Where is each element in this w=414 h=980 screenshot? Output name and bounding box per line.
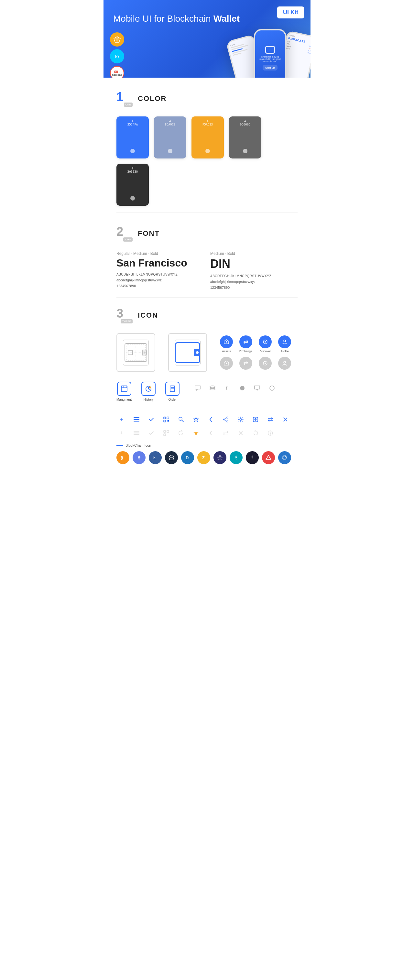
checkmark-icon <box>146 414 156 425</box>
svg-rect-61 <box>164 434 166 436</box>
history-app-icon: History <box>141 382 156 401</box>
font-section-number: 2 TWO <box>116 226 132 242</box>
svg-point-15 <box>283 361 286 363</box>
misc-icons-colored: + <box>116 414 298 425</box>
svg-marker-46 <box>194 417 198 422</box>
icon-guide-box-1 <box>116 333 155 372</box>
zcash-icon: Z <box>197 451 210 464</box>
avax-icon <box>262 451 275 464</box>
list-ghost-icon <box>131 428 142 438</box>
wallet-colored-icon <box>175 342 200 363</box>
app-icons-row: Mangment History Order <box>116 382 180 401</box>
svg-rect-32 <box>134 419 139 420</box>
svg-point-10 <box>283 340 286 342</box>
swatch-blue: #3574FA <box>116 116 149 159</box>
nav-icons-ghost <box>220 357 291 370</box>
svg-rect-41 <box>168 420 169 421</box>
svg-point-27 <box>240 386 245 390</box>
svg-line-50 <box>225 418 227 419</box>
color-section-number: 1 ONE <box>116 91 132 107</box>
svg-rect-37 <box>164 418 165 418</box>
svg-line-45 <box>182 420 183 422</box>
dark-icon <box>246 451 259 464</box>
hero-title: Mobile UI for Blockchain Wallet <box>113 13 301 25</box>
svg-point-47 <box>227 417 228 418</box>
svg-point-12 <box>226 363 227 364</box>
speech-bubble-icon <box>252 383 262 393</box>
svg-rect-16 <box>121 386 127 392</box>
swatch-dark: #303030 <box>116 164 149 206</box>
search-icon[interactable] <box>176 414 186 425</box>
qr-icon <box>161 414 171 425</box>
crescent-icon <box>222 383 232 393</box>
layers-icon <box>207 383 218 393</box>
svg-rect-33 <box>134 421 139 422</box>
discover-ghost-icon <box>259 357 272 370</box>
hero-section: Mobile UI for Blockchain Wallet UI Kit P… <box>104 0 310 78</box>
management-app-icon: Mangment <box>116 382 132 401</box>
exchange-nav-icon: Exchange <box>239 336 252 353</box>
waves-icon <box>165 451 178 464</box>
check-ghost-icon <box>146 428 156 438</box>
icon-section-number: 3 THREE <box>116 307 132 323</box>
svg-rect-39 <box>164 421 165 422</box>
exchange-ghost-icon <box>239 357 252 370</box>
blockchain-line <box>116 445 123 446</box>
assets-ghost-icon <box>220 357 233 370</box>
svg-rect-40 <box>167 420 167 421</box>
svg-point-52 <box>240 418 242 420</box>
color-section: 1 ONE COLOR #3574FA #8DA0C8 #F5A623 #666… <box>104 78 310 212</box>
svg-rect-58 <box>134 434 139 435</box>
swatch-orange: #F5A623 <box>191 116 224 159</box>
ui-kit-badge: UI Kit <box>277 6 304 18</box>
order-app-icon: Order <box>165 382 180 401</box>
ghost-icons-row: + ★ <box>116 428 298 438</box>
svg-rect-60 <box>167 431 169 433</box>
usdc-icon <box>278 451 291 464</box>
svg-point-30 <box>272 387 272 387</box>
svg-point-9 <box>264 341 266 342</box>
settings-icon[interactable] <box>236 414 246 425</box>
plus-ghost-icon: + <box>116 428 127 438</box>
profile-ghost-icon <box>278 357 291 370</box>
svg-marker-80 <box>235 458 237 460</box>
icon-section: 3 THREE ICON <box>104 298 310 484</box>
svg-rect-59 <box>164 431 166 433</box>
font-section-header: 2 TWO FONT <box>116 226 298 242</box>
hero-badges: Ps 60+ Screens <box>110 32 124 78</box>
svg-rect-17 <box>121 386 127 388</box>
ps-badge: Ps <box>110 49 124 64</box>
ada-icon <box>230 451 243 464</box>
font-grid: Regular · Medium · Bold San Francisco AB… <box>116 251 298 291</box>
screens-badge: 60+ Screens <box>110 66 124 78</box>
back-ghost-icon <box>206 428 216 438</box>
svg-text:Ł: Ł <box>153 455 156 460</box>
swap-icon <box>265 414 275 425</box>
litecoin-icon: Ł <box>149 451 162 464</box>
upload-icon <box>250 414 261 425</box>
font-section: 2 TWO FONT Regular · Medium · Bold San F… <box>104 213 310 297</box>
ethereum-icon <box>132 451 145 464</box>
nav-icons-colored: Assets Exchange Discover <box>220 336 291 353</box>
back-icon <box>206 414 216 425</box>
svg-text:D: D <box>186 455 189 460</box>
font-din: Medium · Bold DIN ABCDEFGHIJKLMNOPQRSTUV… <box>210 251 298 291</box>
assets-nav-icon: Assets <box>220 336 233 353</box>
circle-icon <box>237 383 247 393</box>
icon-section-header: 3 THREE ICON <box>116 307 298 323</box>
info-ghost-icon <box>265 428 275 438</box>
svg-point-49 <box>223 419 225 420</box>
phone-mid: Character may be masterful in the good m… <box>254 29 286 78</box>
color-section-title: COLOR <box>138 94 167 103</box>
phones-mockup: Profile Character may be masterful in th… <box>225 29 310 78</box>
close-icon[interactable] <box>280 414 290 425</box>
svg-rect-31 <box>134 417 139 418</box>
bitcoin-icon: ₿ <box>116 451 129 464</box>
swap-ghost-icon <box>221 428 231 438</box>
discover-nav-icon: Discover <box>259 336 272 353</box>
plus-icon: + <box>116 414 127 425</box>
star-ghost-icon: ★ <box>191 428 201 438</box>
star-icon <box>191 414 201 425</box>
list-icon <box>131 414 142 425</box>
svg-rect-56 <box>134 431 139 432</box>
